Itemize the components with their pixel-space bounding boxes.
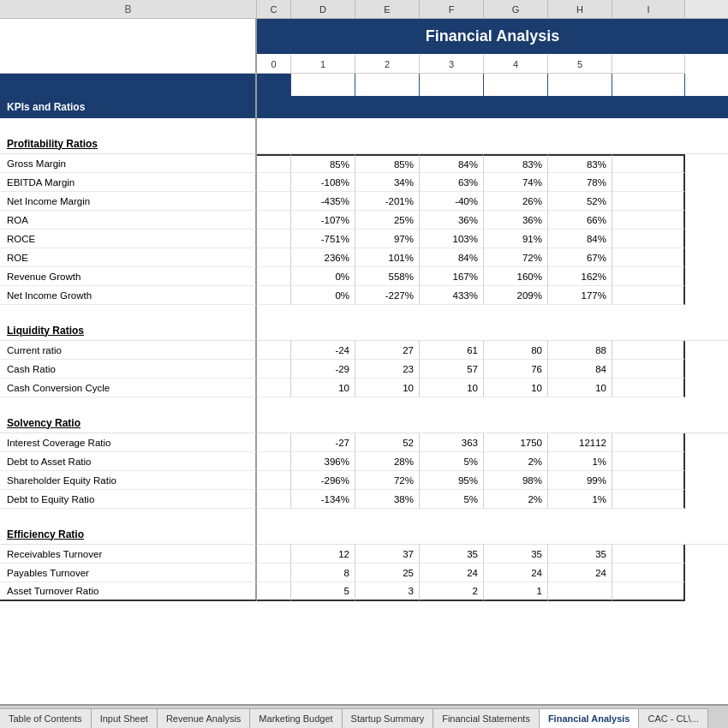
- col-b-header: B: [0, 0, 257, 18]
- data-row-0-5: ROE 236% 101% 84% 72% 67%: [0, 248, 728, 267]
- row-label-0-3: ROA: [0, 211, 257, 230]
- cell-g-2-1: 2%: [484, 452, 548, 471]
- row-label-2-1: Debt to Asset Ratio: [0, 452, 257, 471]
- col-c-header: C: [257, 0, 291, 18]
- col-i-header: I: [612, 0, 685, 18]
- cell-h-3-2: [548, 582, 612, 601]
- cell-e-3-1: 25: [355, 564, 420, 582]
- cell-d-0-0: 85%: [291, 154, 355, 173]
- tab-1[interactable]: Input Sheet: [92, 708, 158, 728]
- cell-d-0-5: 236%: [291, 248, 355, 267]
- cell-i-1-1: [612, 360, 685, 379]
- row-label-2-0: Interest Coverage Ratio: [0, 433, 257, 452]
- cell-d-2-1: 396%: [291, 452, 355, 471]
- cell-c-3-2: [257, 582, 291, 601]
- cell-i-2-2: [612, 471, 685, 490]
- cell-h-0-4: 84%: [548, 230, 612, 248]
- year-left-blank: [0, 74, 257, 96]
- tab-6[interactable]: Financial Analysis: [540, 708, 640, 728]
- cell-d-3-0: 12: [291, 545, 355, 564]
- cell-d-2-0: -27: [291, 433, 355, 452]
- cell-h-0-1: 78%: [548, 173, 612, 192]
- period-yr6: [612, 55, 685, 74]
- row-label-1-2: Cash Conversion Cycle: [0, 379, 257, 397]
- cell-c-1-1: [257, 360, 291, 379]
- cell-e-0-4: 97%: [355, 230, 420, 248]
- cell-g-1-2: 10: [484, 379, 548, 397]
- title-left-blank: [0, 19, 257, 55]
- cell-e-2-2: 72%: [355, 471, 420, 490]
- cell-d-1-2: 10: [291, 379, 355, 397]
- cell-f-0-1: 63%: [420, 173, 484, 192]
- row-label-0-4: ROCE: [0, 230, 257, 248]
- cell-h-0-6: 162%: [548, 267, 612, 286]
- cell-g-0-5: 72%: [484, 248, 548, 267]
- data-row-0-7: Net Income Growth 0% -227% 433% 209% 177…: [0, 286, 728, 305]
- period-0: 0: [257, 55, 291, 74]
- cell-h-0-5: 67%: [548, 248, 612, 267]
- tab-0[interactable]: Table of Contents: [0, 708, 92, 728]
- cell-f-0-7: 433%: [420, 286, 484, 305]
- tab-2[interactable]: Revenue Analysis: [158, 708, 250, 728]
- cell-i-3-2: [612, 582, 685, 601]
- cell-e-0-6: 558%: [355, 267, 420, 286]
- cell-d-1-0: -24: [291, 341, 355, 360]
- row-label-0-0: Gross Margin: [0, 154, 257, 173]
- kpis-header-row: KPIs and Ratios: [0, 96, 728, 118]
- cell-d-3-2: 5: [291, 582, 355, 601]
- tab-7[interactable]: CAC - CL\...: [639, 708, 707, 728]
- cell-i-2-3: [612, 490, 685, 509]
- title-right: Financial Analysis: [257, 19, 728, 55]
- cell-c-2-3: [257, 490, 291, 509]
- row-label-0-5: ROE: [0, 248, 257, 267]
- cell-f-0-3: 36%: [420, 211, 484, 230]
- cell-e-0-1: 34%: [355, 173, 420, 192]
- tab-4[interactable]: Startup Summary: [343, 708, 434, 728]
- section-3: Efficiency Ratio: [0, 524, 728, 545]
- cell-g-3-1: 24: [484, 564, 548, 582]
- data-row-2-1: Debt to Asset Ratio 396% 28% 5% 2% 1%: [0, 452, 728, 471]
- year-2027: 2027: [484, 74, 548, 96]
- cell-i-0-2: [612, 192, 685, 211]
- cell-i-1-2: [612, 379, 685, 397]
- year-2025: 2025: [355, 74, 420, 96]
- cell-f-0-2: -40%: [420, 192, 484, 211]
- cell-e-0-5: 101%: [355, 248, 420, 267]
- cell-f-0-0: 84%: [420, 154, 484, 173]
- data-row-0-6: Revenue Growth 0% 558% 167% 160% 162%: [0, 267, 728, 286]
- tab-3[interactable]: Marketing Budget: [250, 708, 342, 728]
- tab-5[interactable]: Financial Statements: [433, 708, 540, 728]
- year-c-blank: [257, 74, 291, 96]
- row-label-0-7: Net Income Growth: [0, 286, 257, 305]
- period-3: 3: [420, 55, 484, 74]
- year-row: 2024 2025 2026 2027 2028 Year 6 Onwards: [0, 74, 728, 96]
- cell-h-0-0: 83%: [548, 154, 612, 173]
- period-5: 5: [548, 55, 612, 74]
- cell-c-0-4: [257, 230, 291, 248]
- spacer-before-0: [0, 118, 728, 134]
- cell-e-2-0: 52: [355, 433, 420, 452]
- cell-g-3-2: 1: [484, 582, 548, 601]
- cell-i-2-0: [612, 433, 685, 452]
- section-1: Liquidity Ratios: [0, 320, 728, 341]
- cell-g-0-2: 26%: [484, 192, 548, 211]
- kpis-right-blank: [257, 96, 728, 118]
- cell-e-1-2: 10: [355, 379, 420, 397]
- year-2024: 2024: [291, 74, 355, 96]
- cell-f-2-1: 5%: [420, 452, 484, 471]
- cell-h-3-0: 35: [548, 545, 612, 564]
- cell-f-3-0: 35: [420, 545, 484, 564]
- column-headers: B C D E F G H I: [0, 0, 728, 19]
- data-row-0-1: EBITDA Margin -108% 34% 63% 74% 78%: [0, 173, 728, 192]
- data-row-0-3: ROA -107% 25% 36% 36% 66%: [0, 211, 728, 230]
- cell-g-1-0: 80: [484, 341, 548, 360]
- section-label-2: Solvency Ratio: [0, 413, 257, 433]
- cell-d-0-7: 0%: [291, 286, 355, 305]
- data-row-0-2: Net Income Margin -435% -201% -40% 26% 5…: [0, 192, 728, 211]
- cell-e-1-0: 27: [355, 341, 420, 360]
- cell-f-0-6: 167%: [420, 267, 484, 286]
- cell-i-0-0: [612, 154, 685, 173]
- cell-g-0-7: 209%: [484, 286, 548, 305]
- data-row-3-0: Receivables Turnover 12 37 35 35 35: [0, 545, 728, 564]
- col-g-header: G: [484, 0, 548, 18]
